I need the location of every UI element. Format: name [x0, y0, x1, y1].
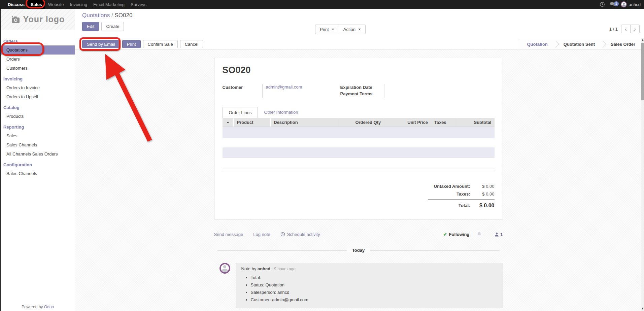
sidebar-item-sales-report[interactable]: Sales: [1, 131, 75, 140]
user-avatar: [621, 1, 627, 7]
breadcrumb-current: SO020: [114, 12, 132, 19]
note-body: Note by anhcd - 9 hours ago Total: Statu…: [236, 263, 503, 308]
control-panel: Quotations / SO020 Edit Create Print Act…: [75, 9, 644, 39]
column-ordered-qty[interactable]: Ordered Qty: [339, 118, 384, 127]
send-by-email-button[interactable]: Send by Email: [82, 40, 120, 48]
log-note-button[interactable]: Log note: [253, 232, 270, 237]
scrollbar-thumb[interactable]: [641, 43, 644, 100]
pager-count: 1 / 1: [609, 27, 618, 32]
nav-item-sales[interactable]: Sales: [28, 0, 45, 9]
note-message: Note by anhcd - 9 hours ago Total: Statu…: [214, 263, 503, 308]
note-bullet: Status: Quotation: [251, 281, 497, 289]
status-pipeline: Quotation Quotation Sent Sales Order: [518, 39, 644, 49]
sidebar-item-all-channels-sales-orders[interactable]: All Channels Sales Orders: [1, 149, 75, 159]
pager: 1 / 1 ‹ ›: [609, 25, 640, 33]
tab-order-lines[interactable]: Order Lines: [223, 107, 258, 118]
odoo-link[interactable]: Odoo: [44, 305, 54, 309]
note-author[interactable]: anhcd: [258, 266, 270, 271]
action-dropdown[interactable]: Action: [339, 25, 366, 34]
cancel-button[interactable]: Cancel: [180, 40, 203, 48]
sidebar-item-customers[interactable]: Customers: [1, 64, 75, 73]
sidebar-item-sales-channels-report[interactable]: Sales Channels: [1, 140, 75, 149]
confirm-sale-button[interactable]: Confirm Sale: [143, 40, 178, 48]
status-bar: Send by Email Print Confirm Sale Cancel …: [75, 39, 644, 49]
sidebar: Your logo Orders Quotations Orders Custo…: [0, 9, 75, 311]
create-button[interactable]: Create: [101, 22, 124, 31]
caret-down-icon: [358, 29, 361, 30]
column-unit-price[interactable]: Unit Price: [384, 118, 431, 127]
nav-item-email-marketing[interactable]: Email Marketing: [90, 0, 128, 9]
send-message-button[interactable]: Send message: [214, 232, 243, 237]
person-icon: [495, 232, 499, 237]
empty-order-line-row[interactable]: [223, 127, 495, 138]
main-content: Quotations / SO020 Edit Create Print Act…: [75, 9, 644, 311]
breadcrumb-quotations[interactable]: Quotations: [82, 12, 110, 19]
column-product[interactable]: Product: [234, 118, 271, 127]
print-action-group: Print Action: [315, 25, 366, 34]
tab-other-information[interactable]: Other Information: [258, 107, 304, 118]
bell-icon[interactable]: [477, 232, 482, 237]
taxes-value: $ 0.00: [470, 190, 495, 198]
stage-quotation-sent[interactable]: Quotation Sent: [557, 39, 602, 49]
user-name: anhcd: [629, 2, 641, 7]
totals-summary: Untaxed Amount: $ 0.00 Taxes: $ 0.00 Tot…: [414, 182, 495, 209]
pager-next-button[interactable]: ›: [630, 25, 640, 33]
followers-button[interactable]: 1: [495, 232, 503, 237]
empty-order-line-row[interactable]: [223, 147, 495, 158]
following-toggle[interactable]: ✔ Following: [443, 232, 470, 237]
order-lines-header: Product Description Ordered Qty Unit Pri…: [223, 118, 495, 127]
activities-clock-icon[interactable]: [600, 2, 605, 7]
top-navbar: Discuss Sales Website Invoicing Email Ma…: [0, 0, 644, 9]
sidebar-item-orders-to-upsell[interactable]: Orders to Upsell: [1, 92, 75, 101]
separator-line: [223, 169, 495, 169]
stage-sales-order[interactable]: Sales Order: [604, 39, 642, 49]
following-label: Following: [449, 232, 470, 237]
sidebar-item-orders[interactable]: Orders: [1, 55, 75, 64]
company-logo[interactable]: Your logo: [1, 9, 75, 30]
note-bullet: Customer: admin@gmail.com: [251, 296, 497, 304]
followers-count: 1: [500, 232, 503, 237]
nav-item-website[interactable]: Website: [45, 0, 67, 9]
column-subtotal[interactable]: Subtotal: [457, 118, 495, 127]
note-prefix: Note by: [241, 266, 257, 271]
sidebar-item-products[interactable]: Products: [1, 112, 75, 121]
action-dropdown-label: Action: [343, 27, 355, 32]
sidebar-item-sales-channels-config[interactable]: Sales Channels: [1, 169, 75, 178]
date-divider: Today: [214, 248, 503, 253]
pager-previous-button[interactable]: ‹: [621, 25, 631, 33]
scroll-up-button[interactable]: [641, 38, 644, 42]
print-dropdown[interactable]: Print: [315, 25, 339, 34]
schedule-activity-button[interactable]: Schedule activity: [280, 232, 320, 237]
messages-icon[interactable]: 1: [610, 2, 616, 7]
taxes-label: Taxes:: [414, 190, 470, 198]
quotation-title: SO020: [223, 65, 495, 75]
logo-text: Your logo: [23, 14, 65, 24]
author-avatar[interactable]: [219, 263, 230, 274]
section-orders: Orders: [1, 37, 75, 45]
customer-label: Customer: [223, 84, 262, 98]
note-bullet: Total:: [251, 274, 497, 281]
order-lines-gap: [223, 138, 495, 147]
scroll-down-button[interactable]: [641, 307, 644, 311]
nav-item-surveys[interactable]: Surveys: [128, 0, 149, 9]
check-icon: ✔: [443, 232, 447, 237]
nav-item-invoicing[interactable]: Invoicing: [67, 0, 90, 9]
optional-columns-toggle[interactable]: [223, 118, 234, 127]
section-invoicing: Invoicing: [1, 75, 75, 83]
notebook-tabs: Order Lines Other Information: [223, 107, 495, 118]
breadcrumb-separator: /: [111, 12, 113, 19]
sidebar-item-orders-to-invoice[interactable]: Orders to Invoice: [1, 83, 75, 92]
powered-by-text: Powered by: [22, 305, 43, 309]
edit-button[interactable]: Edit: [82, 22, 99, 31]
column-taxes[interactable]: Taxes: [431, 118, 457, 127]
section-configuration: Configuration: [1, 161, 75, 169]
column-description[interactable]: Description: [271, 118, 339, 127]
vertical-scrollbar[interactable]: [641, 38, 644, 311]
navbar-systray: 1 anhcd: [600, 1, 641, 7]
nav-item-discuss[interactable]: Discuss: [5, 0, 28, 9]
sidebar-item-quotations[interactable]: Quotations: [1, 45, 75, 55]
user-menu[interactable]: anhcd: [621, 1, 641, 7]
print-button[interactable]: Print: [122, 40, 141, 48]
stage-quotation[interactable]: Quotation: [520, 39, 554, 49]
customer-value-link[interactable]: admin@gmail.com: [266, 84, 302, 90]
